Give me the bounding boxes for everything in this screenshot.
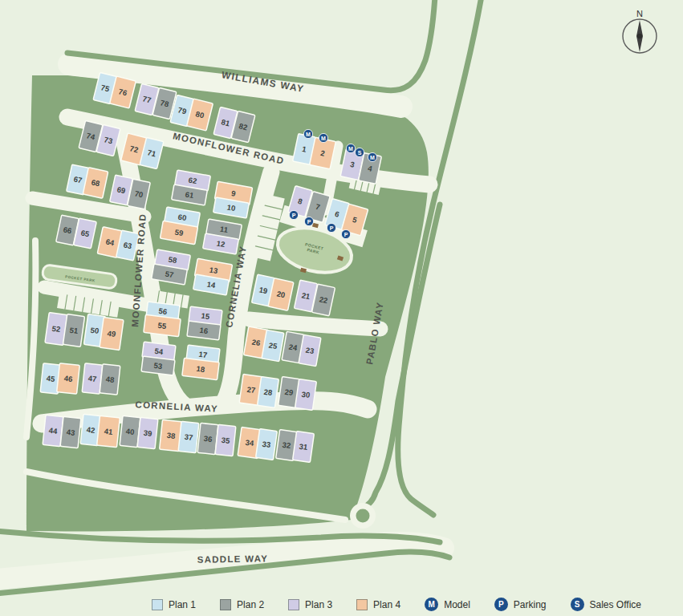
lot-48[interactable]: 48 — [100, 364, 120, 395]
lot-number: 67 — [73, 174, 83, 184]
lot-16[interactable]: 16 — [187, 321, 221, 340]
sales-office-badge-letter: S — [358, 150, 362, 156]
connector-road-east — [249, 319, 380, 329]
lot-number: 32 — [282, 440, 291, 450]
lot-number: 66 — [63, 225, 73, 235]
legend-item-plan-2: Plan 2 — [220, 599, 264, 610]
site-map: 7576777879808182747372711234876567686970… — [0, 0, 683, 616]
legend-item-plan-1: Plan 1 — [152, 599, 196, 610]
lot-number: 57 — [165, 270, 174, 280]
model-badge-letter: M — [306, 132, 311, 137]
lot-number: 47 — [87, 374, 97, 383]
lot-number: 40 — [125, 427, 135, 436]
compass-north-label: N — [636, 9, 643, 18]
lot-33[interactable]: 33 — [256, 429, 278, 460]
legend-badge-s: S — [571, 598, 584, 611]
lot-number: 18 — [196, 364, 205, 374]
lot-39[interactable]: 39 — [137, 417, 158, 448]
lot-43[interactable]: 43 — [60, 416, 81, 448]
lot-37[interactable]: 37 — [178, 421, 199, 452]
site-map-canvas: 7576777879808182747372711234876567686970… — [0, 0, 683, 616]
model-badge: M — [303, 129, 312, 138]
lot-number: 33 — [262, 440, 271, 449]
lot-number: 41 — [104, 427, 113, 436]
legend-swatch-plan3 — [288, 599, 299, 610]
legend-label: Sales Office — [590, 599, 641, 610]
lot-number: 38 — [166, 431, 176, 440]
map-legend: Plan 1Plan 2Plan 3Plan 4MModelPParkingSS… — [0, 598, 683, 611]
legend-swatch-plan1 — [152, 599, 163, 610]
lot-number: 70 — [134, 188, 144, 199]
lot-28[interactable]: 28 — [258, 377, 279, 408]
legend-label: Model — [444, 599, 470, 610]
legend-label: Parking — [514, 599, 547, 610]
lot-number: 30 — [301, 390, 311, 399]
lot-number: 12 — [216, 239, 226, 249]
legend-label: Plan 1 — [169, 599, 196, 610]
lot-18[interactable]: 18 — [182, 358, 219, 379]
lot-number: 16 — [199, 326, 209, 335]
lot-number: 53 — [153, 361, 163, 371]
lot-number: 20 — [276, 289, 287, 299]
model-badge: M — [319, 133, 327, 142]
lot-number: 26 — [251, 338, 261, 348]
model-badge: M — [346, 144, 355, 152]
lot-number: 52 — [51, 324, 61, 334]
lot-number: 36 — [203, 434, 213, 444]
lot-51[interactable]: 51 — [63, 314, 84, 347]
legend-item-parking: PParking — [494, 598, 547, 611]
legend-swatch-plan4 — [356, 599, 368, 610]
lot-number: 37 — [184, 432, 193, 442]
legend-item-model: MModel — [425, 598, 470, 611]
lot-number: 48 — [105, 375, 115, 384]
parking-badge: P — [341, 229, 350, 238]
lot-number: 69 — [116, 184, 127, 195]
lot-number: 46 — [63, 374, 73, 383]
parking-badge-letter: P — [307, 219, 311, 225]
sales-office-badge: S — [355, 148, 364, 156]
lot-number: 29 — [284, 387, 294, 397]
legend-badge-m: M — [425, 598, 438, 611]
lot-number: 59 — [174, 228, 184, 238]
lot-55[interactable]: 55 — [144, 314, 181, 336]
model-badge-letter: M — [348, 146, 353, 152]
lot-number: 28 — [263, 387, 273, 397]
lot-31[interactable]: 31 — [293, 432, 315, 463]
lot-49[interactable]: 49 — [100, 317, 124, 350]
lot-number: 13 — [209, 265, 218, 276]
model-badge-letter: M — [321, 136, 326, 141]
lot-number: 15 — [201, 311, 211, 321]
lot-number: 27 — [246, 385, 256, 395]
lot-number: 60 — [177, 213, 187, 223]
lot-number: 68 — [91, 177, 101, 188]
lot-number: 49 — [107, 329, 116, 338]
lot-53[interactable]: 53 — [141, 356, 175, 375]
lot-number: 56 — [158, 306, 168, 316]
lot-41[interactable]: 41 — [97, 415, 120, 447]
parking-badge: P — [304, 217, 313, 225]
legend-item-sales-office: SSales Office — [571, 598, 641, 611]
model-badge-letter: M — [370, 155, 375, 160]
lot-number: 58 — [168, 255, 177, 265]
legend-badge-p: P — [494, 598, 508, 611]
parking-badge-letter: P — [330, 225, 334, 231]
legend-item-plan-4: Plan 4 — [356, 599, 400, 610]
lot-number: 10 — [226, 203, 236, 213]
parking-badge: P — [289, 210, 298, 219]
lot-46[interactable]: 46 — [57, 363, 80, 394]
parking-badge-letter: P — [344, 232, 348, 237]
lot-number: 45 — [46, 374, 55, 383]
lot-number: 17 — [198, 350, 208, 359]
parking-badge-letter: P — [292, 213, 296, 218]
lot-35[interactable]: 35 — [215, 424, 236, 456]
lot-number: 23 — [305, 346, 315, 356]
legend-label: Plan 2 — [237, 599, 264, 610]
legend-swatch-plan2 — [220, 599, 231, 610]
model-badge: M — [368, 152, 376, 161]
lot-30[interactable]: 30 — [295, 379, 317, 411]
parking-badge: P — [327, 223, 335, 232]
lot-number: 19 — [258, 285, 269, 295]
legend-label: Plan 3 — [305, 599, 332, 610]
lot-number: 39 — [143, 428, 152, 438]
compass-hub — [637, 34, 642, 38]
